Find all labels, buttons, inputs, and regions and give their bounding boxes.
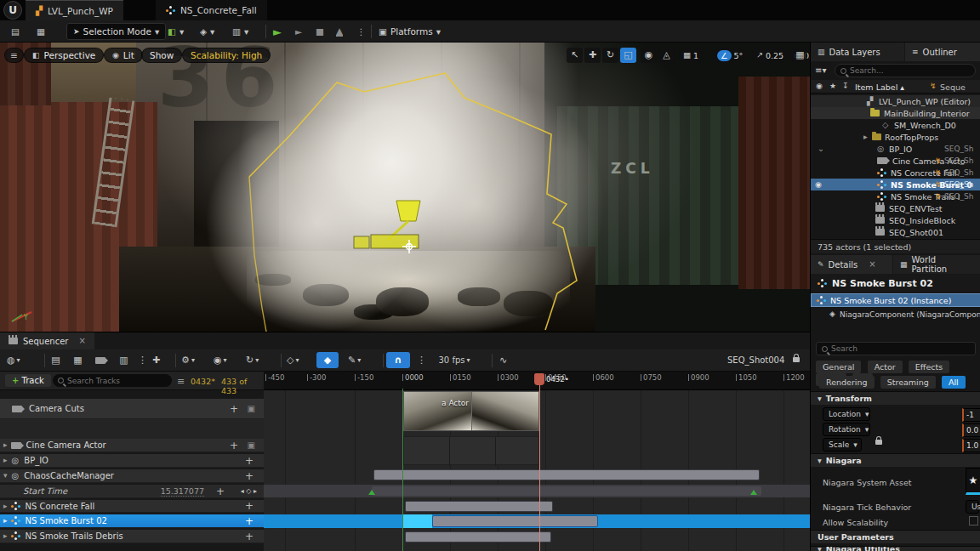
sequencer-settings-dropdown[interactable] (179, 352, 197, 368)
select-tool[interactable] (567, 48, 583, 63)
smoke-burst-active-segment[interactable] (403, 514, 432, 528)
start-time-range[interactable] (372, 486, 761, 496)
camera-cuts-section[interactable]: a Actor (403, 391, 539, 431)
details-search[interactable] (816, 342, 976, 355)
current-frame-display[interactable]: 0432* (191, 377, 215, 386)
transform-section-header[interactable]: Transform (811, 391, 980, 405)
niagara-asset-thumbnail[interactable] (966, 468, 980, 495)
snap-toggle[interactable] (386, 352, 410, 368)
grid-snap-group[interactable]: 1 (679, 48, 703, 63)
add-section-button[interactable] (245, 456, 254, 466)
outliner-row[interactable]: NS Concrete Fall SEQ_Sh (811, 167, 980, 179)
content-browser-button[interactable] (31, 23, 51, 40)
concrete-fall-section-bar[interactable] (405, 501, 553, 512)
camera-subsection[interactable] (403, 436, 539, 465)
sequence-browse-dropdown[interactable] (4, 352, 23, 368)
scale-tool[interactable] (620, 48, 636, 63)
scale-x-value[interactable]: 1.0 (962, 439, 980, 452)
tab-world-partition[interactable]: World Partition (893, 255, 980, 274)
track-bp-io[interactable]: BP_IO (0, 454, 264, 468)
world-gizmo-toggle[interactable] (641, 48, 657, 63)
outliner-row[interactable]: NS Smoke Trails I SEQ_Sh (811, 190, 980, 202)
track-start-time[interactable]: Start Time 15.317077 (0, 485, 264, 498)
category-effects[interactable]: Effects (909, 361, 949, 373)
expander-icon[interactable] (3, 441, 8, 449)
track-concrete-fall[interactable]: NS Concrete Fall (0, 500, 264, 513)
user-parameters-header[interactable]: User Parameters (811, 530, 980, 543)
track-filter-icon[interactable] (177, 377, 185, 386)
niagara-section-header[interactable]: Niagara (811, 453, 980, 467)
add-actor-to-sequencer-button[interactable] (148, 352, 164, 368)
details-component-row[interactable]: NiagaraComponent (NiagaraComponent0 (811, 308, 980, 321)
playback-options-dropdown[interactable] (243, 352, 261, 368)
tab-niagara-asset[interactable]: NS_Concrete_Fall (156, 0, 267, 20)
visibility-eye-icon[interactable] (815, 181, 822, 189)
outliner-row[interactable]: BP_IO SEQ_Sh (811, 143, 980, 155)
render-movie-button[interactable] (116, 352, 132, 368)
add-actor-dropdown[interactable] (162, 23, 190, 40)
fps-dropdown[interactable]: 30 fps (430, 352, 479, 368)
outliner-filter-button[interactable] (815, 65, 826, 75)
scale-lock-icon[interactable] (875, 440, 882, 445)
scale-snap-value[interactable]: 0.25 (766, 51, 783, 60)
show-dropdown[interactable]: Show (141, 48, 182, 63)
grid-snap-value[interactable]: 1 (693, 51, 698, 60)
play-options-button[interactable] (350, 23, 372, 40)
maximize-viewport-button[interactable] (793, 48, 807, 62)
item-label-column[interactable]: Item Label ▴ (855, 82, 904, 92)
perspective-dropdown[interactable]: Perspective (24, 48, 104, 63)
selection-mode-dropdown[interactable]: Selection Mode (66, 23, 166, 40)
expander-icon[interactable] (3, 517, 8, 525)
add-section-button[interactable] (245, 501, 254, 511)
rotation-snap-value[interactable]: 5° (734, 51, 744, 60)
outliner-row[interactable]: LVL_Punch_WP (Editor) (811, 95, 980, 107)
chaos-cache-section-bar[interactable] (373, 469, 760, 480)
close-icon[interactable] (78, 337, 85, 345)
tab-outliner[interactable]: Outliner (905, 43, 980, 61)
rotate-tool[interactable] (602, 48, 618, 63)
view-options-dropdown[interactable] (211, 352, 230, 368)
tab-data-layers[interactable]: Data Layers (811, 43, 904, 61)
visibility-column-icon[interactable] (816, 82, 823, 90)
expander-icon[interactable] (3, 503, 8, 510)
add-track-button[interactable]: + Track (5, 374, 51, 387)
move-tool[interactable] (584, 48, 601, 63)
add-section-button[interactable] (230, 440, 238, 451)
track-camera-cuts[interactable]: Camera Cuts (0, 399, 264, 419)
collapse-icon[interactable] (3, 472, 8, 480)
outliner-row[interactable]: Cine Camera Acto SEQ_Sh (811, 155, 980, 167)
category-actor[interactable]: Actor (868, 361, 903, 373)
playhead-line[interactable] (539, 375, 540, 551)
location-x-value[interactable]: -1 (962, 408, 980, 422)
eject-button[interactable] (330, 23, 349, 40)
collapse-icon[interactable] (818, 145, 824, 153)
outliner-row[interactable]: SM_Wrench_D0 (811, 119, 980, 131)
frame-skip-button[interactable] (289, 23, 308, 40)
track-smoke-burst-selected[interactable]: NS Smoke Burst 02 (0, 514, 264, 528)
camera-lock-icon[interactable] (248, 441, 255, 450)
add-camera-cut-button[interactable] (230, 404, 238, 414)
details-instance-row[interactable]: NS Smoke Burst 02 (Instance) (811, 293, 980, 307)
gizmo-cone[interactable] (396, 201, 420, 221)
save-button[interactable] (5, 23, 26, 40)
niagara-utilities-header[interactable]: Niagara Utilities (811, 546, 980, 551)
outliner-row-selected[interactable]: NS Smoke Burst 0 SEQ_Sh (811, 179, 980, 190)
playhead-handle[interactable] (534, 373, 544, 385)
stop-button[interactable] (310, 23, 330, 40)
outliner-row[interactable]: SEQ_ENVTest (811, 202, 980, 214)
expander-icon[interactable] (863, 133, 868, 141)
category-rendering[interactable]: Rendering (819, 376, 875, 389)
tab-details[interactable]: Details (811, 255, 892, 274)
edit-mode-dropdown[interactable] (345, 352, 363, 368)
category-streaming[interactable]: Streaming (880, 376, 936, 389)
sequence-column[interactable]: Seque (940, 82, 966, 92)
outliner-row[interactable]: SEQ_Shot001 (811, 226, 980, 238)
smoke-burst-section-bar[interactable] (432, 515, 598, 527)
blueprints-dropdown[interactable] (194, 23, 220, 40)
sequencer-save-button[interactable] (48, 352, 64, 368)
add-section-button[interactable] (245, 471, 254, 481)
camera-lock-icon[interactable] (248, 405, 255, 413)
create-camera-button[interactable] (92, 352, 108, 368)
keyframe-marker[interactable] (368, 490, 375, 495)
tick-behavior-dropdown[interactable]: Us (966, 500, 979, 514)
